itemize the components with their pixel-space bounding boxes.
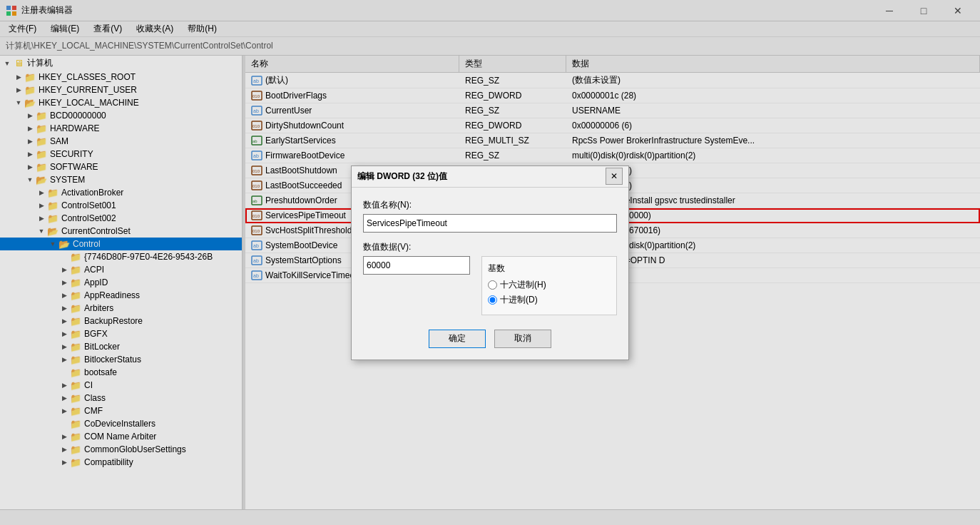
- dialog-body: 数值名称(N): 数值数据(V): 基数 十六进制(H) 十进制(D): [352, 188, 628, 360]
- data-label: 数值数据(V):: [363, 241, 617, 253]
- cancel-button[interactable]: 取消: [494, 330, 551, 348]
- data-input[interactable]: [363, 256, 470, 275]
- dialog-overlay: 编辑 DWORD (32 位)值 ✕ 数值名称(N): 数值数据(V): 基数 …: [0, 0, 980, 525]
- dialog-title: 编辑 DWORD (32 位)值: [357, 170, 447, 183]
- dialog-title-bar: 编辑 DWORD (32 位)值 ✕: [352, 166, 628, 188]
- base-radios: 基数 十六进制(H) 十进制(D): [481, 256, 617, 315]
- name-input[interactable]: [363, 214, 617, 233]
- dec-label: 十进制(D): [500, 294, 538, 306]
- name-label: 数值名称(N):: [363, 199, 617, 211]
- hex-radio[interactable]: [488, 280, 497, 290]
- dialog-data-row: 基数 十六进制(H) 十进制(D): [363, 256, 617, 315]
- confirm-button[interactable]: 确定: [429, 330, 486, 348]
- hex-radio-row: 十六进制(H): [488, 279, 611, 291]
- base-label: 基数: [488, 262, 611, 275]
- dialog-close-button[interactable]: ✕: [606, 168, 623, 185]
- dec-radio[interactable]: [488, 295, 497, 305]
- edit-dword-dialog: 编辑 DWORD (32 位)值 ✕ 数值名称(N): 数值数据(V): 基数 …: [351, 165, 629, 360]
- dec-radio-row: 十进制(D): [488, 294, 611, 306]
- hex-label: 十六进制(H): [500, 279, 546, 291]
- dialog-buttons: 确定 取消: [363, 324, 617, 348]
